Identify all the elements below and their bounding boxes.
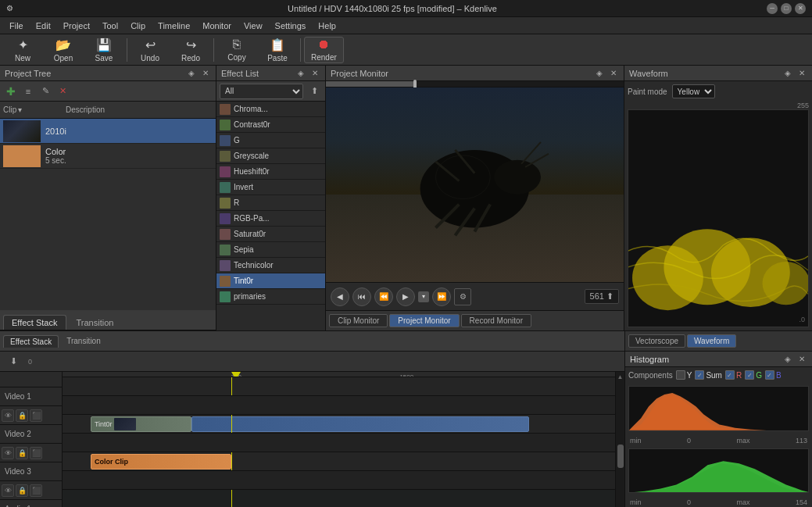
paste-button[interactable]: 📋 Paste xyxy=(258,37,297,63)
menu-settings[interactable]: Settings xyxy=(269,20,313,32)
hist-checkbox-Sum[interactable]: ✓ xyxy=(695,370,704,380)
hist-checkbox-Y[interactable] xyxy=(676,370,685,380)
hist-checkbox-G[interactable]: ✓ xyxy=(745,370,754,380)
menu-timeline[interactable]: Timeline xyxy=(152,20,196,32)
effect-list-close[interactable]: ✕ xyxy=(309,68,320,79)
effect-item-8[interactable]: Saturat0r xyxy=(216,227,325,242)
add-clip-button[interactable]: ✚ xyxy=(3,84,19,99)
minimize-button[interactable]: ─ xyxy=(767,3,778,14)
video3-comp[interactable]: ⬛ xyxy=(30,484,42,497)
effect-icon-5 xyxy=(220,182,231,193)
video2-comp[interactable]: ⬛ xyxy=(30,447,42,459)
close-button[interactable]: ✕ xyxy=(795,3,806,14)
waveform-pin[interactable]: ◈ xyxy=(782,68,793,79)
menu-edit[interactable]: Edit xyxy=(30,20,57,32)
menu-tool[interactable]: Tool xyxy=(96,20,124,32)
tab-record-monitor[interactable]: Record Monitor xyxy=(461,314,531,327)
effect-item-12[interactable]: primaries xyxy=(216,289,325,305)
clip-video[interactable] xyxy=(191,416,528,432)
hist-checkbox-R[interactable]: ✓ xyxy=(725,370,735,380)
frame-forward-button[interactable]: ⏩ xyxy=(432,287,451,306)
effect-item-6[interactable]: R xyxy=(216,195,325,211)
effect-filter-select[interactable]: All xyxy=(220,84,303,99)
effect-item-0[interactable]: Chroma... xyxy=(216,102,325,117)
clip-tint0r[interactable]: Tint0r xyxy=(91,416,191,432)
effect-item-5[interactable]: Invert xyxy=(216,180,325,195)
effect-item-2[interactable]: G xyxy=(216,133,325,148)
histogram-pin[interactable]: ◈ xyxy=(782,354,793,365)
video1-track[interactable] xyxy=(63,377,624,396)
edit-clip-button[interactable]: ✎ xyxy=(38,84,53,99)
new-button[interactable]: ✦ New xyxy=(3,37,42,63)
menu-file[interactable]: File xyxy=(3,20,30,32)
video1-comp[interactable]: ⬛ xyxy=(30,409,42,422)
clip-properties-button[interactable]: ≡ xyxy=(20,84,36,99)
render-button[interactable]: ⏺ Render xyxy=(304,37,344,63)
audio1-track[interactable] xyxy=(63,490,624,507)
project-tree-close[interactable]: ✕ xyxy=(200,68,211,79)
project-tree-pin[interactable]: ◈ xyxy=(186,68,197,79)
tab-clip-monitor[interactable]: Clip Monitor xyxy=(329,314,388,327)
copy-button[interactable]: ⎘ Copy xyxy=(217,37,256,63)
histogram-close[interactable]: ✕ xyxy=(796,354,807,365)
menu-project[interactable]: Project xyxy=(57,20,96,32)
play-button[interactable]: ▶ xyxy=(396,287,415,306)
project-monitor-pin[interactable]: ◈ xyxy=(594,68,605,79)
project-monitor-close[interactable]: ✕ xyxy=(608,68,619,79)
save-button[interactable]: 💾 Save xyxy=(84,37,123,63)
tab-transition[interactable]: Transition xyxy=(68,315,123,330)
effect-item-10[interactable]: Technicolor xyxy=(216,258,325,273)
settings-button[interactable]: ⚙ xyxy=(454,288,471,305)
frame-back-button[interactable]: ⏪ xyxy=(374,287,393,306)
effect-search-button[interactable]: ⬆ xyxy=(306,84,322,99)
waveform-close[interactable]: ✕ xyxy=(796,68,807,79)
step-back-button[interactable]: ⏮ xyxy=(352,287,371,306)
effect-item-4[interactable]: Hueshift0r xyxy=(216,164,325,180)
video2-lock[interactable]: 🔒 xyxy=(16,447,28,459)
effect-item-1[interactable]: Contrast0r xyxy=(216,117,325,133)
tab-project-monitor[interactable]: Project Monitor xyxy=(389,314,459,327)
effect-item-11[interactable]: Tint0r xyxy=(216,273,325,289)
vscroll-up[interactable]: ▲ xyxy=(617,373,624,380)
effect-item-9[interactable]: Sepia xyxy=(216,242,325,258)
delete-clip-button[interactable]: ✕ xyxy=(55,84,70,99)
video2-track[interactable]: Tint0r xyxy=(63,415,624,434)
effect-icon-2 xyxy=(220,135,231,146)
undo-button[interactable]: ↩ Undo xyxy=(131,37,170,63)
tab-transition-timeline[interactable]: Transition xyxy=(60,335,107,347)
menu-view[interactable]: View xyxy=(238,20,269,32)
play-dropdown[interactable]: ▾ xyxy=(418,291,429,302)
clip-row-color[interactable]: Color 5 sec. xyxy=(0,144,216,169)
tab-waveform[interactable]: Waveform xyxy=(687,334,736,348)
video3-track[interactable]: Color Clip xyxy=(63,452,624,471)
clip-row-video[interactable]: 2010i xyxy=(0,119,216,144)
video3-name: Video 3 xyxy=(0,462,62,481)
clip-color[interactable]: Color Clip xyxy=(91,454,231,470)
hist-checkbox-B[interactable]: ✓ xyxy=(765,370,774,380)
video1-mute[interactable]: 👁 xyxy=(2,409,14,422)
tab-vectorscope[interactable]: Vectorscope xyxy=(628,334,685,348)
maximize-button[interactable]: □ xyxy=(781,3,792,14)
vscroll-thumb[interactable] xyxy=(617,445,624,468)
paint-mode-select[interactable]: Yellow xyxy=(672,84,715,98)
tab-effect-stack[interactable]: Effect Stack xyxy=(3,315,66,330)
effect-name-3: Greyscale xyxy=(234,152,269,160)
effect-item-3[interactable]: Greyscale xyxy=(216,148,325,164)
menu-clip[interactable]: Clip xyxy=(124,20,152,32)
tab-effect-stack-timeline[interactable]: Effect Stack xyxy=(3,335,59,348)
video2-mute[interactable]: 👁 xyxy=(2,447,14,459)
timeline-vscrollbar[interactable]: ▲ ▼ xyxy=(615,372,624,507)
video1-lock[interactable]: 🔒 xyxy=(16,409,28,422)
monitor-progress[interactable] xyxy=(326,81,624,87)
effect-list-pin[interactable]: ◈ xyxy=(295,68,306,79)
play-reverse-button[interactable]: ◀ xyxy=(331,287,349,306)
menu-help[interactable]: Help xyxy=(312,20,342,32)
video3-mute[interactable]: 👁 xyxy=(2,484,14,497)
redo-button[interactable]: ↪ Redo xyxy=(171,37,210,63)
menu-monitor[interactable]: Monitor xyxy=(196,20,238,32)
timeline-ruler[interactable]: 750 1500 xyxy=(63,372,624,377)
open-button[interactable]: 📂 Open xyxy=(44,37,83,63)
effect-item-7[interactable]: RGB-Pa... xyxy=(216,211,325,227)
timeline-tool-1[interactable]: ⬇ xyxy=(5,353,22,370)
video3-lock[interactable]: 🔒 xyxy=(16,484,28,497)
